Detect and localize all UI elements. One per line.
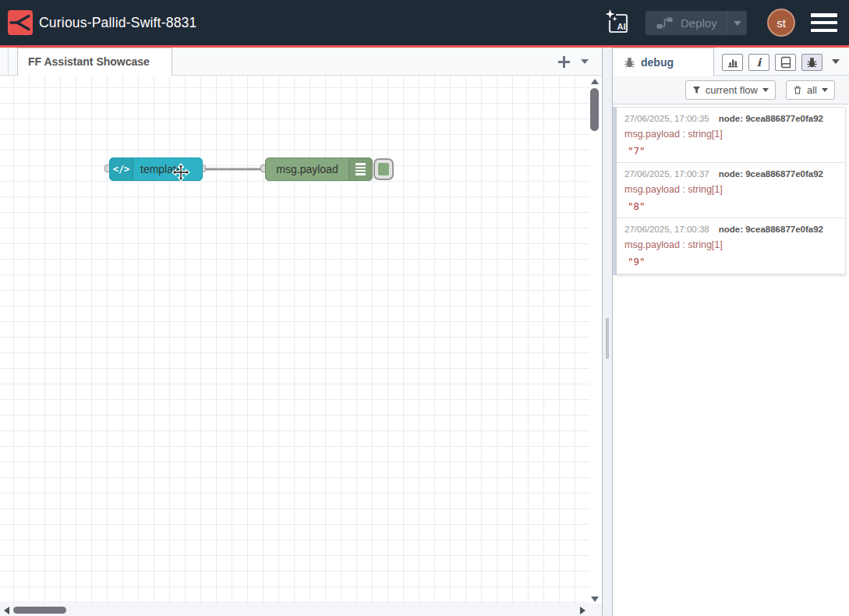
flowfuse-logo-icon [8,10,33,35]
clear-all-button[interactable]: all [786,80,835,100]
wires-layer [0,76,589,604]
scroll-right-arrow-icon[interactable] [580,607,585,614]
info-icon: i [757,57,761,68]
sidebar-tab-bar: debug i [613,48,849,76]
canvas-vertical-scrollbar[interactable] [588,76,602,604]
info-button[interactable]: i [748,54,769,71]
message-timestamp: 27/06/2025, 17:00:35 [624,114,709,123]
debug-messages-button[interactable] [801,54,822,71]
message-property-type[interactable]: msg.payload : string[1] [624,129,837,140]
horizontal-scrollbar-thumb[interactable] [13,607,66,614]
node-red-editor: Curious-Pallid-Swift-8831 AI Deploy st [0,0,849,616]
user-avatar[interactable]: st [767,9,795,37]
flow-list-caret[interactable] [581,59,589,64]
sidebar: debug i [613,48,849,616]
funnel-icon [692,86,701,94]
node-msg-payload[interactable]: msg.payload [265,158,373,181]
scroll-down-arrow-icon[interactable] [591,597,599,602]
message-property-type[interactable]: msg.payload : string[1] [624,239,837,250]
bug-icon [624,57,635,69]
flow-tab-bar: FF Assistant Showcase [0,48,602,76]
chevron-down-icon [832,59,840,64]
chevron-down-icon [762,88,769,92]
sidebar-splitter[interactable] [602,48,613,616]
deploy-options-caret[interactable] [727,11,747,35]
chevron-down-icon [734,21,741,26]
debug-console-icon [348,158,372,180]
filter-current-flow-button[interactable]: current flow [685,80,776,100]
ai-assistant-button[interactable]: AI [603,8,632,37]
message-value: "9" [624,256,837,267]
hamburger-icon [811,13,837,17]
tab-bar-edge [8,48,9,76]
filter-label: current flow [706,84,758,96]
deploy-button[interactable]: Deploy [646,11,747,35]
dashboard-chart-button[interactable] [722,54,743,71]
debug-toolbar: current flow all [613,76,849,104]
message-value: "8" [624,200,837,212]
vertical-scrollbar-thumb[interactable] [590,88,599,131]
canvas-horizontal-scrollbar[interactable] [0,604,602,616]
scroll-up-arrow-icon[interactable] [591,79,599,84]
tab-debug[interactable]: debug [613,48,714,76]
message-timestamp: 27/06/2025, 17:00:37 [624,169,709,179]
message-timestamp: 27/06/2025, 17:00:38 [624,225,709,234]
message-node-id: node: 9cea886877e0fa92 [719,114,823,123]
main-menu-button[interactable] [811,13,837,32]
avatar-initials: st [776,16,786,30]
message-property-type[interactable]: msg.payload : string[1] [624,184,837,195]
deploy-nodes-icon [656,17,673,29]
flow-canvas[interactable]: </> template msg.payload [0,76,589,604]
header: Curious-Pallid-Swift-8831 AI Deploy st [0,0,849,45]
chevron-down-icon [822,88,828,92]
deploy-label: Deploy [681,16,727,30]
bar-chart-icon [727,56,739,69]
trash-icon [793,85,802,95]
svg-text:AI: AI [617,22,626,31]
instance-title: Curious-Pallid-Swift-8831 [39,0,196,45]
message-node-id: node: 9cea886877e0fa92 [719,169,823,179]
message-node-id: node: 9cea886877e0fa92 [719,225,823,234]
debug-message[interactable]: 27/06/2025, 17:00:38 node: 9cea886877e0f… [617,218,845,274]
book-icon [780,56,792,69]
debug-enable-toggle[interactable] [373,158,394,180]
debug-message-list: 27/06/2025, 17:00:35 node: 9cea886877e0f… [617,107,846,274]
template-code-icon: </> [110,158,133,180]
splitter-grip[interactable] [606,318,609,359]
add-flow-button[interactable] [552,48,575,76]
node-label: msg.payload [266,158,348,180]
node-label: template [133,158,202,180]
sidebar-tabs-caret[interactable] [832,59,840,64]
debug-message[interactable]: 27/06/2025, 17:00:35 node: 9cea886877e0f… [617,108,845,163]
scroll-left-arrow-icon[interactable] [4,607,9,614]
clear-label: all [807,84,817,96]
move-cursor-icon [172,163,190,182]
message-value: "7" [624,145,837,157]
chevron-down-icon [581,59,589,64]
debug-message[interactable]: 27/06/2025, 17:00:37 node: 9cea886877e0f… [617,163,845,218]
tab-ff-assistant-showcase[interactable]: FF Assistant Showcase [17,48,172,76]
bug-icon [806,57,818,69]
help-button[interactable] [775,54,796,71]
debug-tab-label: debug [641,56,674,69]
